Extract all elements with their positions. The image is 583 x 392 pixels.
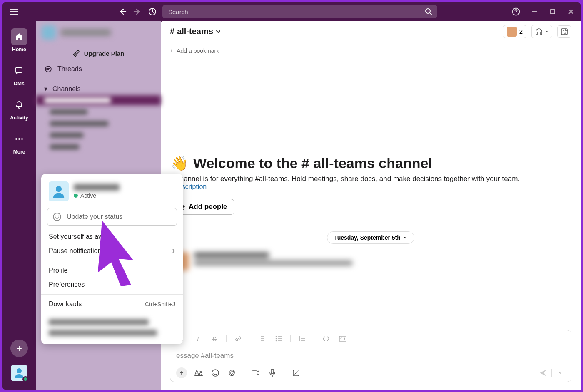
svg-point-18 [216,372,217,372]
popup-avatar [49,181,69,201]
blockquote-button[interactable] [297,334,307,344]
history-button[interactable] [147,6,158,17]
format-button[interactable]: Aa [194,368,204,378]
svg-point-16 [212,370,219,376]
svg-rect-4 [551,10,555,14]
separator [284,369,284,377]
channels-section-header[interactable]: ▾ Channels [36,82,161,95]
attach-button[interactable]: + [176,367,187,378]
ordered-list-button[interactable] [257,334,267,344]
svg-point-17 [214,372,214,372]
member-count: 2 [519,28,523,35]
workspace-logo [42,25,56,40]
date-divider-button[interactable]: Tuesday, September 5th [327,231,414,244]
upgrade-label: Upgrade Plan [84,50,125,57]
shortcuts-button[interactable] [291,368,301,378]
home-icon [11,28,27,45]
channel-item[interactable] [36,95,161,105]
date-label: Tuesday, September 5th [334,234,401,241]
channel-item[interactable] [36,119,161,129]
search-placeholder: Search [168,8,188,15]
activity-icon [11,97,27,113]
add-people-label: Add people [189,203,227,211]
video-button[interactable] [251,368,261,378]
welcome-title: 👋 Welcome to the # all-teams channel [171,155,571,171]
chevron-down-icon [545,30,549,34]
help-button[interactable] [511,7,521,16]
preferences-item[interactable]: Preferences [41,278,183,292]
emoji-button[interactable] [210,368,220,378]
back-button[interactable] [117,6,128,17]
composer-textarea[interactable]: essage #all-teams [170,347,571,364]
mention-button[interactable]: @ [227,368,237,378]
wave-emoji-icon: 👋 [171,155,188,171]
nav-more[interactable]: More [11,131,27,155]
svg-point-22 [56,186,62,192]
channel-item[interactable] [36,130,161,140]
bullet-list-button[interactable] [274,334,284,344]
send-button[interactable] [538,368,548,378]
plus-icon: + [170,47,173,54]
user-avatar[interactable] [11,365,27,381]
message-composer[interactable]: B I S [170,330,571,382]
members-button[interactable]: 2 [503,25,526,38]
presence-label: Active [80,192,96,199]
add-bookmark-button[interactable]: + Add a bookmark [161,42,581,59]
user-menu-popup: Active Update your status Set yourself a… [41,174,183,344]
separator [551,369,552,377]
menu-item-blurred[interactable] [41,317,183,327]
hamburger-menu[interactable] [7,5,21,18]
threads-icon [44,65,52,73]
italic-button[interactable]: I [193,334,203,344]
separator [290,335,291,342]
threads-item[interactable]: Threads [36,62,161,76]
close-button[interactable] [566,7,576,16]
upgrade-plan-button[interactable]: Upgrade Plan [36,44,161,62]
canvas-button[interactable] [557,25,571,38]
link-button[interactable] [233,334,243,344]
canvas-icon [560,27,568,36]
channel-item[interactable] [36,107,161,117]
huddle-button[interactable] [531,25,552,38]
popup-username [74,184,120,191]
svg-point-7 [21,138,23,140]
smile-icon [52,212,62,221]
maximize-button[interactable] [548,7,557,16]
audio-button[interactable] [267,368,277,378]
downloads-shortcut: Ctrl+Shift+J [145,301,175,308]
create-new-button[interactable]: + [10,340,28,357]
edit-description-link[interactable]: t description [171,183,571,191]
update-status-input[interactable]: Update your status [47,208,177,226]
strikethrough-button[interactable]: S [209,334,219,344]
code-button[interactable] [321,334,331,344]
nav-dms-label: DMs [14,81,24,87]
message-row[interactable] [171,252,571,270]
menu-item-blurred[interactable] [41,327,183,338]
chevron-down-icon [403,236,407,240]
nav-home[interactable]: Home [11,28,27,52]
pause-notifications-item[interactable]: Pause notifications [41,244,183,258]
workspace-header[interactable] [36,21,161,44]
send-options-button[interactable] [555,368,565,378]
profile-item[interactable]: Profile [41,263,183,278]
search-input[interactable]: Search [162,5,437,18]
svg-point-8 [17,368,22,373]
forward-button[interactable] [132,6,143,17]
minimize-button[interactable] [530,7,539,16]
channel-title-button[interactable]: # all-teams [170,27,221,36]
separator [244,369,244,377]
chevron-down-icon [216,29,221,34]
channel-item[interactable] [36,142,161,152]
dms-icon [11,62,27,79]
member-avatar-icon [507,27,517,37]
downloads-item[interactable]: Downloads Ctrl+Shift+J [41,297,183,311]
more-icon [11,131,27,147]
nav-activity[interactable]: Activity [10,97,28,121]
codeblock-button[interactable] [338,334,348,344]
svg-point-23 [53,213,61,221]
set-away-item[interactable]: Set yourself as away [41,230,183,244]
nav-dms[interactable]: DMs [11,62,27,87]
svg-rect-19 [252,371,257,375]
downloads-label: Downloads [49,300,82,308]
svg-point-24 [55,216,56,216]
